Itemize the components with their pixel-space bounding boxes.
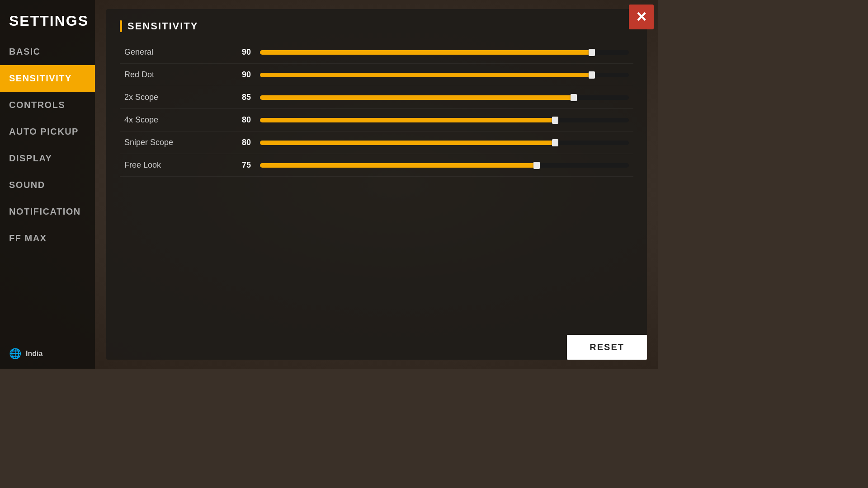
slider-track-0[interactable] [260,50,629,55]
slider-track-4[interactable] [260,141,629,145]
slider-track-fill-5 [260,163,537,168]
slider-track-fill-3 [260,118,555,122]
section-bar-accent [120,20,122,32]
slider-row-2: 2x Scope85 [120,86,633,109]
slider-track-fill-0 [260,50,592,55]
slider-thumb-5[interactable] [533,162,540,169]
slider-value-4: 80 [224,138,251,147]
slider-value-2: 85 [224,93,251,102]
slider-value-3: 80 [224,115,251,125]
reset-button[interactable]: RESET [567,335,647,360]
slider-track-fill-4 [260,141,555,145]
slider-track-fill-2 [260,95,574,100]
slider-row-1: Red Dot90 [120,64,633,86]
slider-track-5[interactable] [260,163,629,168]
slider-label-0: General [124,47,224,57]
sidebar-item-notification[interactable]: NOTIFICATION [0,198,95,225]
slider-label-4: Sniper Scope [124,138,224,147]
slider-row-3: 4x Scope80 [120,109,633,131]
sidebar-item-ff-max[interactable]: FF MAX [0,225,95,252]
close-icon: ✕ [636,10,647,24]
slider-thumb-3[interactable] [552,117,558,124]
slider-track-fill-1 [260,73,592,77]
sidebar: SETTINGS BASICSENSITIVITYCONTROLSAUTO PI… [0,0,95,369]
slider-value-0: 90 [224,47,251,57]
app-title: SETTINGS [0,5,95,38]
sliders-container: General90Red Dot902x Scope854x Scope80Sn… [120,41,633,177]
slider-label-5: Free Look [124,160,224,170]
slider-value-5: 75 [224,160,251,170]
slider-label-3: 4x Scope [124,115,224,125]
sidebar-item-basic[interactable]: BASIC [0,38,95,65]
slider-track-2[interactable] [260,95,629,100]
content-panel: SENSITIVITY General90Red Dot902x Scope85… [106,9,647,360]
slider-label-1: Red Dot [124,70,224,80]
slider-thumb-1[interactable] [589,71,595,79]
sidebar-item-auto-pickup[interactable]: AUTO PICKUP [0,118,95,145]
section-header: SENSITIVITY [120,20,633,32]
main-content: SENSITIVITY General90Red Dot902x Scope85… [95,0,658,369]
sidebar-item-display[interactable]: DISPLAY [0,145,95,172]
sidebar-item-sensitivity[interactable]: SENSITIVITY [0,65,95,92]
region-selector[interactable]: 🌐 India [0,339,95,369]
slider-label-2: 2x Scope [124,93,224,102]
close-button[interactable]: ✕ [629,5,654,29]
slider-thumb-4[interactable] [552,139,558,146]
slider-row-4: Sniper Scope80 [120,131,633,154]
slider-row-0: General90 [120,41,633,64]
sidebar-item-controls[interactable]: CONTROLS [0,92,95,118]
slider-thumb-0[interactable] [589,49,595,56]
slider-track-1[interactable] [260,73,629,77]
globe-icon: 🌐 [9,348,21,360]
region-label: India [26,350,42,358]
slider-thumb-2[interactable] [571,94,577,101]
slider-row-5: Free Look75 [120,154,633,177]
slider-track-3[interactable] [260,118,629,122]
slider-value-1: 90 [224,70,251,80]
sidebar-item-sound[interactable]: SOUND [0,172,95,198]
section-title-text: SENSITIVITY [127,20,198,32]
